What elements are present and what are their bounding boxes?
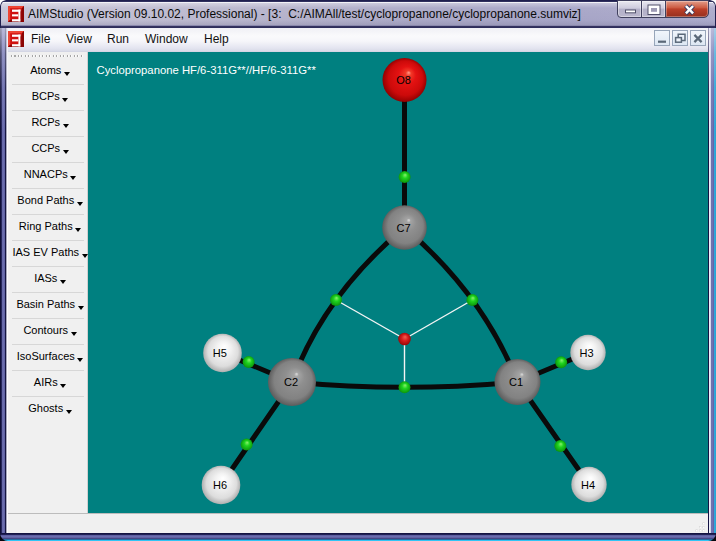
svg-text:H4: H4: [581, 479, 595, 491]
svg-text:C2: C2: [284, 376, 298, 388]
svg-text:H3: H3: [580, 347, 594, 359]
svg-text:C1: C1: [509, 376, 523, 388]
svg-text:H6: H6: [213, 479, 227, 491]
svg-text:O8: O8: [396, 74, 411, 86]
svg-text:H5: H5: [213, 347, 227, 359]
svg-text:Cyclopropanone HF/6-311G**//HF: Cyclopropanone HF/6-311G**//HF/6-311G**: [97, 64, 317, 76]
svg-text:C7: C7: [396, 222, 410, 234]
